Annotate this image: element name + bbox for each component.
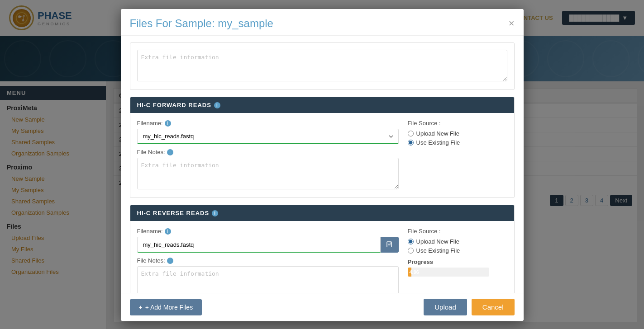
hic-forward-notes-textarea[interactable]	[137, 158, 399, 189]
hic-reverse-existing-radio[interactable]: Use Existing File	[408, 247, 507, 254]
hic-reverse-section: HI-C REVERSE READS i Filename: i	[130, 205, 515, 293]
hic-forward-source-label: File Source :	[408, 120, 507, 127]
hic-reverse-filename-wrapper	[137, 237, 399, 253]
hic-forward-body: Filename: i my_hic_reads.fastq File Note…	[130, 113, 514, 197]
hic-reverse-filename-label: Filename: i	[137, 228, 399, 235]
top-notes-body	[130, 43, 514, 89]
hic-reverse-source-label: File Source :	[408, 228, 507, 235]
progress-text: 4.96	[410, 269, 419, 275]
hic-reverse-notes-textarea[interactable]	[137, 266, 399, 293]
progress-section: Progress 4.96	[408, 258, 507, 277]
footer-actions: Upload Cancel	[424, 299, 514, 315]
info-circle-icon-2[interactable]: i	[212, 210, 218, 216]
modal: Files For Sample: my_sample × HI-C FORWA…	[121, 9, 524, 321]
upload-button[interactable]: Upload	[424, 299, 467, 315]
filename-info-icon[interactable]: i	[165, 120, 171, 127]
hic-forward-notes-area: File Notes: i	[137, 149, 399, 191]
hic-reverse-notes-label: File Notes: i	[137, 257, 399, 264]
modal-overlay: Files For Sample: my_sample × HI-C FORWA…	[0, 0, 644, 329]
svg-rect-4	[387, 242, 391, 247]
hic-reverse-label: HI-C REVERSE READS	[137, 210, 210, 216]
hic-reverse-info-icon: i	[212, 210, 218, 216]
progress-bar-wrapper: 4.96	[408, 268, 489, 277]
hic-forward-left: Filename: i my_hic_reads.fastq File Note…	[137, 120, 399, 191]
hic-forward-section: HI-C FORWARD READS i Filename: i	[130, 97, 515, 198]
hic-reverse-notes-area: File Notes: i	[137, 257, 399, 293]
hic-forward-upload-radio[interactable]: Upload New File	[408, 130, 507, 137]
modal-footer: + + Add More Files Upload Cancel	[121, 293, 524, 321]
file-icon	[386, 241, 393, 247]
hic-reverse-body: Filename: i	[130, 221, 514, 293]
info-circle-icon[interactable]: i	[214, 102, 220, 108]
hic-forward-existing-radio[interactable]: Use Existing File	[408, 139, 507, 146]
hic-forward-info-icon: i	[214, 102, 220, 108]
hic-forward-header: HI-C FORWARD READS i	[130, 97, 514, 113]
hic-forward-filename-select[interactable]: my_hic_reads.fastq	[137, 129, 399, 144]
top-notes-section	[130, 42, 515, 90]
hic-forward-row: Filename: i my_hic_reads.fastq File Note…	[137, 120, 507, 191]
plus-icon: +	[139, 304, 143, 311]
hic-reverse-filename-input[interactable]	[137, 237, 381, 253]
hic-forward-filename-label: Filename: i	[137, 120, 399, 127]
top-notes-textarea[interactable]	[137, 50, 507, 81]
hic-reverse-right: File Source : Upload New File Use Existi…	[408, 228, 507, 277]
filename-info-icon-2[interactable]: i	[165, 228, 171, 235]
modal-body[interactable]: HI-C FORWARD READS i Filename: i	[121, 36, 524, 293]
notes-info-icon-2[interactable]: i	[167, 258, 173, 264]
hic-forward-right: File Source : Upload New File Use Existi…	[408, 120, 507, 148]
notes-info-icon[interactable]: i	[167, 149, 173, 155]
file-browse-button[interactable]	[381, 237, 399, 253]
hic-reverse-row: Filename: i	[137, 228, 507, 293]
add-more-files-button[interactable]: + + Add More Files	[130, 299, 202, 315]
hic-reverse-upload-radio[interactable]: Upload New File	[408, 238, 507, 245]
progress-bar-fill: 4.96	[408, 268, 412, 277]
progress-label: Progress	[408, 258, 507, 265]
modal-title: Files For Sample: my_sample	[130, 17, 273, 30]
hic-reverse-header: HI-C REVERSE READS i	[130, 205, 514, 221]
modal-header: Files For Sample: my_sample ×	[121, 9, 524, 36]
cancel-button[interactable]: Cancel	[472, 299, 515, 315]
hic-forward-notes-label: File Notes: i	[137, 149, 399, 155]
hic-reverse-left: Filename: i	[137, 228, 399, 293]
hic-forward-label: HI-C FORWARD READS	[137, 102, 211, 108]
add-more-label: + Add More Files	[145, 304, 193, 311]
modal-close-button[interactable]: ×	[509, 19, 515, 28]
